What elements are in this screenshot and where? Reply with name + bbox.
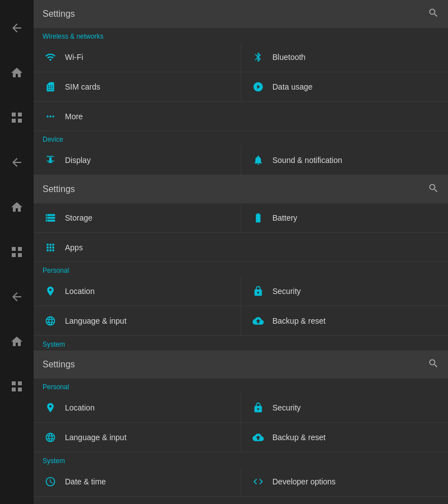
language-icon-2 [43, 313, 58, 329]
item-storage[interactable]: Storage [34, 203, 241, 232]
language-label-3: Language & input [65, 433, 127, 442]
backup-label-3: Backup & reset [273, 433, 326, 442]
battery-icon [250, 210, 266, 226]
developer-label: Developer options [273, 477, 336, 486]
item-sim[interactable]: SIM cards [34, 72, 241, 101]
location-label-2: Location [65, 287, 95, 296]
item-wifi[interactable]: Wi-Fi [34, 43, 241, 72]
row-language-backup-2: Language & input Backup & reset [34, 306, 448, 336]
item-datetime[interactable]: Date & time [34, 467, 241, 496]
storage-icon [43, 210, 58, 226]
item-battery[interactable]: Battery [241, 203, 449, 232]
security-icon-2 [250, 283, 266, 299]
panel-2: Settings Storage Battery [34, 175, 448, 351]
apps-label: Apps [65, 243, 83, 252]
svg-rect-10 [12, 388, 16, 391]
panel-1: Settings Wireless & networks Wi-Fi [34, 0, 448, 175]
search-icon-2[interactable] [428, 183, 439, 196]
search-icon-3[interactable] [428, 358, 439, 371]
svg-rect-8 [12, 381, 16, 385]
security-icon-3 [250, 400, 266, 416]
sidebar-recents-1[interactable] [0, 95, 34, 140]
sidebar-recents-3[interactable] [0, 364, 34, 409]
item-about[interactable]: About device [34, 497, 448, 504]
sidebar-back-1[interactable] [0, 6, 34, 50]
item-security-2[interactable]: Security [241, 277, 449, 306]
sidebar-home-3[interactable] [0, 319, 34, 364]
topbar-title-3: Settings [43, 360, 75, 370]
search-icon-1[interactable] [428, 7, 439, 21]
item-backup-3[interactable]: Backup & reset [241, 423, 449, 452]
sim-icon [43, 79, 58, 95]
svg-rect-9 [18, 381, 22, 385]
item-developer[interactable]: Developer options [241, 467, 449, 496]
topbar-title-1: Settings [43, 9, 75, 19]
topbar-1: Settings [34, 0, 448, 28]
svg-rect-2 [12, 119, 16, 123]
section-system-3: System [34, 452, 448, 467]
sidebar-home-1[interactable] [0, 50, 34, 95]
display-label: Display [65, 156, 91, 165]
backup-icon-3 [250, 430, 266, 445]
row-display-sound: Display Sound & notification [34, 146, 448, 175]
item-apps[interactable]: Apps [34, 233, 448, 262]
svg-rect-3 [18, 119, 22, 123]
section-personal-2: Personal [34, 262, 448, 277]
developer-icon [250, 474, 266, 489]
sidebar-back-3[interactable] [0, 274, 34, 319]
section-wireless: Wireless & networks [34, 28, 448, 43]
wifi-label: Wi-Fi [65, 53, 83, 62]
security-label-3: Security [273, 403, 301, 412]
apps-icon [43, 240, 58, 255]
item-location-3[interactable]: Location [34, 393, 241, 422]
datetime-icon [43, 474, 58, 489]
svg-rect-1 [18, 113, 22, 116]
svg-rect-4 [12, 247, 16, 251]
row-language-backup-3: Language & input Backup & reset [34, 423, 448, 452]
display-icon [43, 152, 58, 168]
svg-rect-6 [12, 253, 16, 257]
item-bluetooth[interactable]: Bluetooth [241, 43, 449, 72]
item-data-usage[interactable]: Data usage [241, 72, 449, 101]
sidebar-home-2[interactable] [0, 185, 34, 230]
sidebar-back-2[interactable] [0, 140, 34, 185]
topbar-title-2: Settings [43, 184, 75, 194]
row-datetime-developer: Date & time Developer options [34, 467, 448, 497]
row-sim-data: SIM cards Data usage [34, 72, 448, 102]
more-icon [43, 109, 58, 124]
backup-label-2: Backup & reset [273, 316, 326, 325]
panel-3: Settings Personal Location [34, 351, 448, 504]
topbar-3: Settings [34, 351, 448, 379]
item-display[interactable]: Display [34, 146, 241, 175]
panels-container: Settings Wireless & networks Wi-Fi [34, 0, 448, 504]
row-wifi-bluetooth: Wi-Fi Bluetooth [34, 43, 448, 72]
item-backup-2[interactable]: Backup & reset [241, 306, 449, 335]
item-security-3[interactable]: Security [241, 393, 449, 422]
security-label-2: Security [273, 287, 301, 296]
language-label-2: Language & input [65, 316, 127, 325]
bluetooth-icon [250, 49, 266, 65]
backup-icon-2 [250, 313, 266, 329]
location-label-3: Location [65, 403, 95, 412]
item-language-3[interactable]: Language & input [34, 423, 241, 452]
item-language-2[interactable]: Language & input [34, 306, 241, 335]
data-label: Data usage [273, 82, 313, 91]
section-personal-3: Personal [34, 379, 448, 393]
sound-label: Sound & notification [273, 156, 343, 165]
item-more[interactable]: More [34, 102, 448, 131]
row-location-security-3: Location Security [34, 393, 448, 423]
datetime-label: Date & time [65, 477, 106, 486]
svg-rect-5 [18, 247, 22, 251]
data-icon [250, 79, 266, 95]
item-sound[interactable]: Sound & notification [241, 146, 449, 175]
sidebar-recents-2[interactable] [0, 230, 34, 274]
svg-rect-7 [18, 253, 22, 257]
battery-label: Battery [273, 213, 297, 222]
more-label: More [65, 112, 83, 121]
item-location-2[interactable]: Location [34, 277, 241, 306]
bluetooth-label: Bluetooth [273, 53, 306, 62]
section-device: Device [34, 131, 448, 146]
storage-label: Storage [65, 213, 92, 222]
section-system-2: System [34, 336, 448, 351]
sim-label: SIM cards [65, 82, 100, 91]
